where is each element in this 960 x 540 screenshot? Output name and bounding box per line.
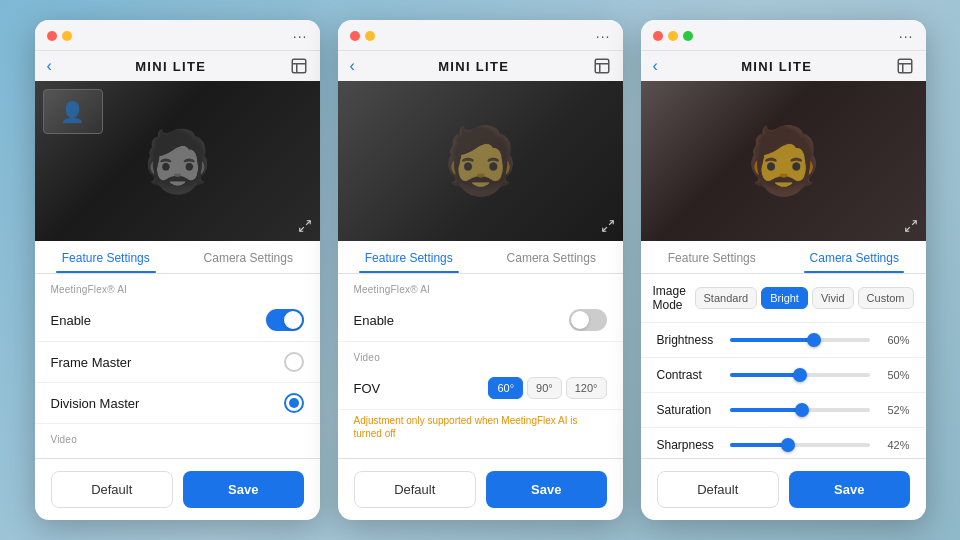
- expand-icon-3[interactable]: [904, 219, 920, 235]
- label-enable-2: Enable: [354, 313, 394, 328]
- tab-feature-2[interactable]: Feature Settings: [338, 241, 481, 273]
- mode-standard-3[interactable]: Standard: [695, 287, 758, 309]
- knob-contrast-3[interactable]: [793, 368, 807, 382]
- window-title-2: MINI LITE: [438, 59, 509, 74]
- mode-bright-3[interactable]: Bright: [761, 287, 808, 309]
- fov-note-2: Adjustment only supported when MeetingFl…: [338, 410, 623, 448]
- track-brightness-3[interactable]: [730, 338, 870, 342]
- toggle-enable-1[interactable]: [266, 309, 304, 331]
- track-contrast-3[interactable]: [730, 373, 870, 377]
- mode-custom-3[interactable]: Custom: [858, 287, 914, 309]
- row-sharpness-3: Sharpness 42%: [641, 428, 926, 458]
- back-button-1[interactable]: ‹: [47, 57, 52, 75]
- value-sharpness-3: 42%: [878, 439, 910, 451]
- mode-vivid-3[interactable]: Vivid: [812, 287, 854, 309]
- dots-icon-1[interactable]: ···: [293, 28, 308, 44]
- window-3: ··· ‹ MINI LITE 🧔 Feature Settings Camer…: [641, 20, 926, 520]
- tl-red-2[interactable]: [350, 31, 360, 41]
- default-button-2[interactable]: Default: [354, 471, 477, 508]
- svg-line-4: [299, 227, 303, 231]
- track-sharpness-3[interactable]: [730, 443, 870, 447]
- save-button-3[interactable]: Save: [789, 471, 910, 508]
- section-label-video-2: Video: [338, 342, 623, 367]
- label-division-1: Division Master: [51, 396, 140, 411]
- toggle-enable-2[interactable]: [569, 309, 607, 331]
- fill-sharpness-3: [730, 443, 789, 447]
- fov-120-2[interactable]: 120°: [566, 377, 607, 399]
- window-2: ··· ‹ MINI LITE 🧔 Feature Settings Camer…: [338, 20, 623, 520]
- expand-icon-1[interactable]: [298, 219, 314, 235]
- title-bar-2: ···: [338, 20, 623, 51]
- section-label-ai-2: MeetingFlex® AI: [338, 274, 623, 299]
- save-button-2[interactable]: Save: [486, 471, 607, 508]
- svg-line-13: [912, 221, 916, 225]
- row-fov-1: FOV 60° 90° 120°: [35, 449, 320, 458]
- fov-90-2[interactable]: 90°: [527, 377, 562, 399]
- video-preview-2: 🧔: [338, 81, 623, 241]
- tl-green-3[interactable]: [683, 31, 693, 41]
- knob-saturation-3[interactable]: [795, 403, 809, 417]
- window-1: ··· ‹ MINI LITE 👤 🧔 Feature Settings Cam…: [35, 20, 320, 520]
- expand-icon-2[interactable]: [601, 219, 617, 235]
- title-bar-1: ···: [35, 20, 320, 51]
- bottom-bar-3: Default Save: [641, 458, 926, 520]
- default-button-1[interactable]: Default: [51, 471, 174, 508]
- tab-feature-3[interactable]: Feature Settings: [641, 241, 784, 273]
- row-enable-2: Enable: [338, 299, 623, 342]
- notes-icon-2[interactable]: [593, 57, 611, 75]
- dots-icon-2[interactable]: ···: [596, 28, 611, 44]
- tabs-3: Feature Settings Camera Settings: [641, 241, 926, 274]
- row-contrast-3: Contrast 50%: [641, 358, 926, 393]
- svg-line-8: [609, 221, 613, 225]
- default-button-3[interactable]: Default: [657, 471, 780, 508]
- label-contrast-3: Contrast: [657, 368, 722, 382]
- title-bar-3: ···: [641, 20, 926, 51]
- section-label-video-1: Video: [35, 424, 320, 449]
- knob-brightness-3[interactable]: [807, 333, 821, 347]
- tab-feature-1[interactable]: Feature Settings: [35, 241, 178, 273]
- value-saturation-3: 52%: [878, 404, 910, 416]
- value-contrast-3: 50%: [878, 369, 910, 381]
- row-brightness-3: Brightness 60%: [641, 323, 926, 358]
- radio-division-1[interactable]: [284, 393, 304, 413]
- mode-buttons-3: Standard Bright Vivid Custom: [695, 287, 914, 309]
- tl-yellow-3[interactable]: [668, 31, 678, 41]
- label-sharpness-3: Sharpness: [657, 438, 722, 452]
- content-1: MeetingFlex® AI Enable Frame Master Divi…: [35, 274, 320, 458]
- notes-icon-3[interactable]: [896, 57, 914, 75]
- row-image-mode-3: Image Mode Standard Bright Vivid Custom: [641, 274, 926, 323]
- tab-camera-3[interactable]: Camera Settings: [783, 241, 926, 273]
- window-title-3: MINI LITE: [741, 59, 812, 74]
- row-division-1: Division Master: [35, 383, 320, 424]
- back-button-3[interactable]: ‹: [653, 57, 658, 75]
- tabs-2: Feature Settings Camera Settings: [338, 241, 623, 274]
- back-button-2[interactable]: ‹: [350, 57, 355, 75]
- tl-yellow-1[interactable]: [62, 31, 72, 41]
- toggle-knob-enable-2: [571, 311, 589, 329]
- bottom-bar-2: Default Save: [338, 458, 623, 520]
- svg-rect-10: [898, 59, 912, 73]
- track-saturation-3[interactable]: [730, 408, 870, 412]
- traffic-lights-1: [47, 31, 72, 41]
- tab-camera-2[interactable]: Camera Settings: [480, 241, 623, 273]
- nav-bar-2: ‹ MINI LITE: [338, 51, 623, 81]
- notes-icon-1[interactable]: [290, 57, 308, 75]
- save-button-1[interactable]: Save: [183, 471, 304, 508]
- tl-yellow-2[interactable]: [365, 31, 375, 41]
- video-preview-3: 🧔: [641, 81, 926, 241]
- tl-red-1[interactable]: [47, 31, 57, 41]
- radio-frame-1[interactable]: [284, 352, 304, 372]
- nav-bar-3: ‹ MINI LITE: [641, 51, 926, 81]
- traffic-lights-2: [350, 31, 375, 41]
- fill-saturation-3: [730, 408, 803, 412]
- section-label-ai-1: MeetingFlex® AI: [35, 274, 320, 299]
- radio-inner-division-1: [289, 398, 299, 408]
- tl-red-3[interactable]: [653, 31, 663, 41]
- fov-60-2[interactable]: 60°: [488, 377, 523, 399]
- tab-camera-1[interactable]: Camera Settings: [177, 241, 320, 273]
- knob-sharpness-3[interactable]: [781, 438, 795, 452]
- svg-line-9: [602, 227, 606, 231]
- label-enable-1: Enable: [51, 313, 91, 328]
- dots-icon-3[interactable]: ···: [899, 28, 914, 44]
- label-brightness-3: Brightness: [657, 333, 722, 347]
